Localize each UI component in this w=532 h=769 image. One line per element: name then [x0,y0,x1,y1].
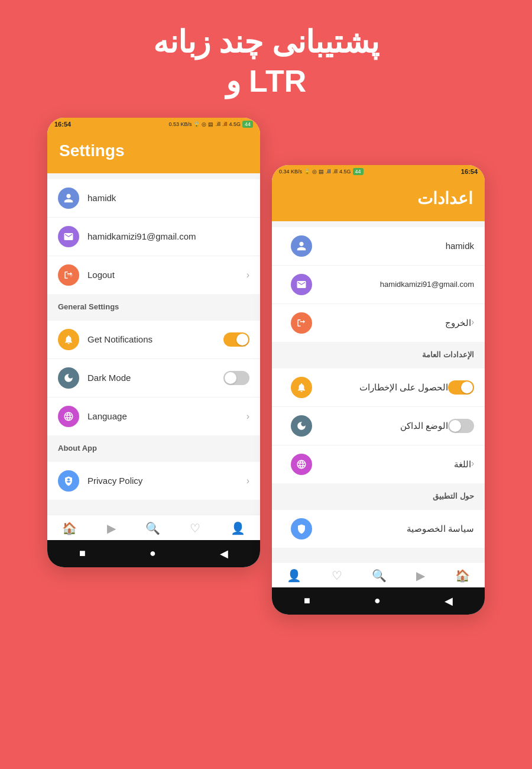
username-text-rtl: hamidk [312,241,474,251]
about-item-rtl[interactable]: سياسة الخصوصية [272,510,485,548]
phone-content-ltr: hamidk hamidkamizi91@gmail.com Logout › [47,173,260,515]
android-back-rtl[interactable]: ◀ [445,594,453,608]
language-item-rtl[interactable]: اللغة › [272,445,485,483]
header-title-ltr: Settings [59,141,248,160]
email-text-rtl: hamidkamizi91@gmail.com [312,280,474,289]
time-rtl: 16:54 [461,168,478,175]
phone-header-ltr: Settings [47,131,260,173]
language-chevron-rtl: › [471,459,474,470]
bell-icon [58,329,79,350]
bell-icon-rtl [291,377,312,398]
time-ltr: 16:54 [54,121,71,128]
darkmode-icon-rtl [291,415,312,437]
notifications-toggle-rtl[interactable] [448,380,474,395]
darkmode-toggle-ltr[interactable] [223,371,249,385]
language-text-rtl: اللغة [312,459,471,470]
nav-search-rtl[interactable]: 🔍 [372,568,387,583]
about-card-rtl: سياسة الخصوصية [272,510,485,548]
android-square[interactable]: ■ [79,547,86,560]
logout-chevron-rtl: › [471,318,474,328]
nav-heart[interactable]: ♡ [190,521,200,535]
profile-card-ltr: hamidk hamidkamizi91@gmail.com Logout › [47,179,260,294]
status-bar-rtl: 16:54 0.34 KB/s 🔒 ◎ ▤ .ill .ill 4.5G 44 [272,165,485,178]
general-label-rtl: الإعدادات العامة [272,342,485,363]
language-text-ltr: Language [87,411,246,421]
android-circle[interactable]: ● [150,547,156,560]
about-card-ltr: Privacy Policy › [47,462,260,500]
bottom-nav-rtl: 🏠 ▶ 🔍 ♡ 👤 [272,562,485,587]
logout-text-rtl: الخروج [312,318,471,328]
notifications-item-rtl[interactable]: الحصول على الإخطارات [272,369,485,407]
hero-title: پشتیبانی چند زبانه و LTR [0,0,532,100]
logout-icon-rtl [291,312,312,334]
username-item-ltr: hamidk [47,179,260,218]
android-square-rtl[interactable]: ■ [304,594,310,607]
logout-chevron: › [246,270,249,280]
privacy-item-ltr[interactable]: Privacy Policy › [47,462,260,500]
privacy-icon [58,470,79,492]
darkmode-item-rtl[interactable]: الوضع الداكن [272,407,485,445]
nav-play-rtl[interactable]: ▶ [416,568,425,583]
android-nav-ltr: ■ ● ◀ [47,540,260,567]
notifications-text-rtl: الحصول على الإخطارات [312,382,448,393]
email-item-rtl: hamidkamizi91@gmail.com [272,266,485,304]
bottom-nav-ltr: 🏠 ▶ 🔍 ♡ 👤 [47,515,260,540]
user-icon-rtl [291,235,312,257]
nav-home-rtl[interactable]: 🏠 [455,568,470,583]
phone-content-rtl: hamidk hamidkamizi91@gmail.com الخروج › [272,221,485,562]
header-title-rtl: اعدادات [284,189,473,208]
general-card-rtl: الحصول على الإخطارات الوضع الداكن [272,369,485,483]
language-chevron: › [246,411,249,422]
nav-home[interactable]: 🏠 [62,521,77,535]
about-icon-rtl [291,518,312,539]
nav-profile-rtl[interactable]: 👤 [287,568,301,583]
logout-text-ltr: Logout [87,270,246,280]
status-bar-ltr: 16:54 0.53 KB/s 🔒 ◎ ▤ .ill .ill 4.5G 44 [47,118,260,131]
phones-container: 16:54 0.53 KB/s 🔒 ◎ ▤ .ill .ill 4.5G 44 … [0,118,532,615]
about-label-rtl: حول التطبيق [272,483,485,504]
nav-heart-rtl[interactable]: ♡ [332,568,342,583]
phone-ltr: 16:54 0.53 KB/s 🔒 ◎ ▤ .ill .ill 4.5G 44 … [47,118,260,567]
notifications-text-ltr: Get Notifications [87,334,223,344]
privacy-text-ltr: Privacy Policy [87,476,246,486]
hero-line2: و LTR [0,63,532,99]
darkmode-text-rtl: الوضع الداكن [312,421,448,431]
notifications-item-ltr[interactable]: Get Notifications [47,321,260,359]
android-circle-rtl[interactable]: ● [374,594,381,607]
android-back[interactable]: ◀ [220,547,228,560]
email-text-ltr: hamidkamizi91@gmail.com [87,231,249,241]
email-icon [58,226,79,247]
logout-item-rtl[interactable]: الخروج › [272,304,485,342]
user-icon [58,188,79,209]
logout-icon [58,264,79,286]
about-label-ltr: About App [47,435,260,456]
darkmode-text-ltr: Dark Mode [87,373,223,383]
language-icon [58,406,79,427]
general-label-ltr: General Settings [47,294,260,315]
username-text-ltr: hamidk [87,193,249,203]
status-icons-ltr: 0.53 KB/s 🔒 ◎ ▤ .ill .ill 4.5G 44 [168,121,253,128]
status-icons-rtl: 0.34 KB/s 🔒 ◎ ▤ .ill .ill 4.5G 44 [279,168,364,175]
darkmode-icon [58,367,79,389]
general-card-ltr: Get Notifications Dark Mode Langua [47,321,260,435]
language-item-ltr[interactable]: Language › [47,398,260,435]
profile-card-rtl: hamidk hamidkamizi91@gmail.com الخروج › [272,227,485,342]
android-nav-rtl: ■ ● ◀ [272,587,485,615]
email-item-ltr: hamidkamizi91@gmail.com [47,218,260,256]
phone-rtl: 16:54 0.34 KB/s 🔒 ◎ ▤ .ill .ill 4.5G 44 … [272,165,485,615]
nav-play[interactable]: ▶ [107,521,116,535]
about-text-rtl: سياسة الخصوصية [312,524,474,534]
phone-header-rtl: اعدادات [272,178,485,221]
notifications-toggle-ltr[interactable] [223,332,249,347]
darkmode-item-ltr[interactable]: Dark Mode [47,359,260,398]
privacy-chevron: › [246,476,249,486]
nav-search[interactable]: 🔍 [145,521,160,535]
username-item-rtl: hamidk [272,227,485,266]
nav-profile[interactable]: 👤 [231,521,245,535]
email-icon-rtl [291,274,312,295]
language-icon-rtl [291,454,312,475]
logout-item-ltr[interactable]: Logout › [47,256,260,294]
darkmode-toggle-rtl[interactable] [448,419,474,433]
hero-line1: پشتیبانی چند زبانه [0,24,532,60]
